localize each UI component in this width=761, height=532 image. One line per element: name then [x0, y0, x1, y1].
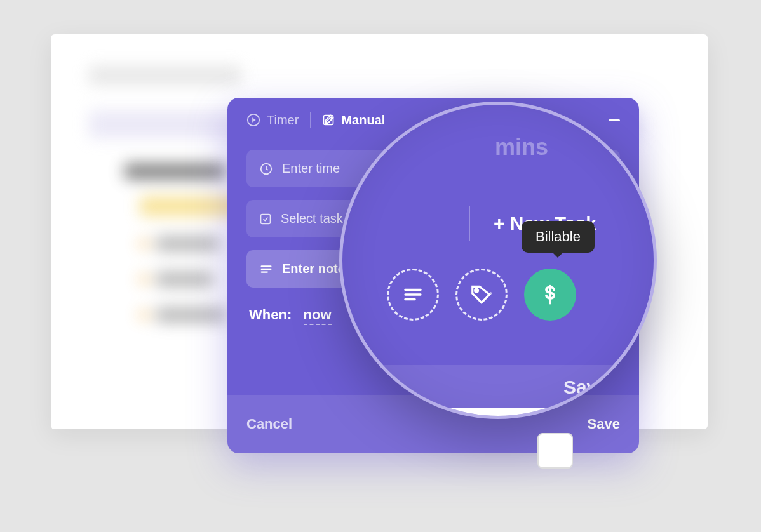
- task-select-placeholder: Select task: [281, 211, 343, 226]
- billable-button[interactable]: [524, 269, 576, 321]
- tag-button[interactable]: [455, 269, 508, 321]
- mins-suffix-text: mins: [495, 134, 548, 161]
- lines-icon: [259, 262, 273, 276]
- description-button[interactable]: [387, 269, 439, 321]
- checkbox-icon: [259, 213, 272, 225]
- when-value[interactable]: now: [304, 307, 332, 325]
- magnifier-lens: mins + New Task Billable: [339, 102, 657, 419]
- tab-manual-label: Manual: [341, 113, 385, 128]
- svg-marker-1: [252, 117, 256, 122]
- cancel-button[interactable]: Cancel: [246, 416, 292, 432]
- tab-divider: [310, 112, 311, 128]
- divider: [469, 206, 470, 241]
- tab-timer[interactable]: Timer: [246, 113, 299, 128]
- play-circle-icon: [246, 113, 260, 127]
- clock-icon: [259, 162, 273, 176]
- description-icon: [401, 283, 424, 306]
- dollar-icon: [539, 283, 562, 306]
- billable-tooltip: Billable: [522, 221, 595, 253]
- minimize-button[interactable]: [609, 119, 620, 121]
- tab-manual[interactable]: Manual: [322, 113, 385, 128]
- save-button[interactable]: Save: [588, 416, 620, 432]
- tag-icon: [469, 283, 494, 307]
- action-icons-row: [387, 269, 576, 321]
- svg-rect-4: [261, 214, 271, 223]
- mode-tabs: Timer Manual: [246, 112, 385, 128]
- edit-icon: [322, 114, 335, 126]
- tab-timer-label: Timer: [267, 113, 299, 128]
- corner-widget[interactable]: [537, 433, 573, 469]
- svg-point-11: [475, 289, 478, 292]
- time-input-placeholder: Enter time: [282, 161, 340, 176]
- when-label: When:: [249, 307, 292, 323]
- tooltip-text: Billable: [535, 229, 581, 244]
